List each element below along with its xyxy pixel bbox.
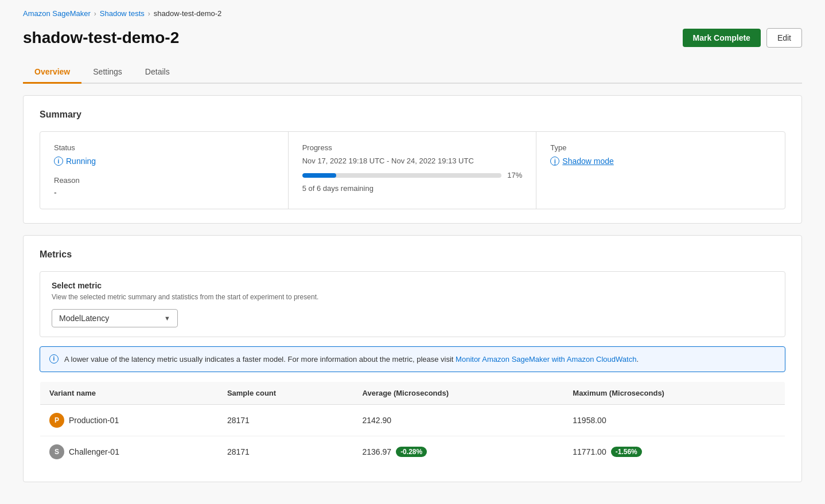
metrics-card: Metrics Select metric View the selected … <box>23 235 802 482</box>
tabs: Overview Settings Details <box>23 61 802 84</box>
average-cell: 2142.90 <box>353 405 564 436</box>
type-value[interactable]: i Shadow mode <box>550 157 771 166</box>
summary-card: Summary Status i Running Reason - Progre… <box>23 95 802 224</box>
status-info-icon: i <box>54 157 63 166</box>
select-metric-section: Select metric View the selected metric s… <box>40 271 785 337</box>
progress-bar-container: 17% <box>302 171 523 179</box>
col-maximum: Maximum (Microseconds) <box>563 382 785 405</box>
mark-complete-button[interactable]: Mark Complete <box>683 29 761 47</box>
breadcrumb-current: shadow-test-demo-2 <box>154 9 222 18</box>
variant-name: Challenger-01 <box>69 447 119 456</box>
status-value: i Running <box>54 157 274 166</box>
tab-settings[interactable]: Settings <box>81 61 134 84</box>
select-metric-desc: View the selected metric summary and sta… <box>52 292 773 302</box>
breadcrumb-parent2[interactable]: Shadow tests <box>100 9 145 18</box>
tab-details[interactable]: Details <box>134 61 181 84</box>
status-label: Status <box>54 143 274 152</box>
progress-bar-fill <box>302 173 336 178</box>
variant-cell: S Challenger-01 <box>49 444 209 459</box>
col-variant-name: Variant name <box>40 382 218 405</box>
breadcrumb-parent1[interactable]: Amazon SageMaker <box>23 9 91 18</box>
edit-button[interactable]: Edit <box>766 28 802 48</box>
type-info-icon: i <box>550 157 559 166</box>
info-banner-icon: i <box>49 354 59 364</box>
progress-bar-track <box>302 173 502 178</box>
delta-cell: 2136.97 -0.28% <box>363 447 555 457</box>
summary-progress-cell: Progress Nov 17, 2022 19:18 UTC - Nov 24… <box>289 132 537 209</box>
variant-name-cell: S Challenger-01 <box>40 436 218 468</box>
maximum-delta-badge: -1.56% <box>611 447 642 457</box>
summary-title: Summary <box>40 110 785 120</box>
variant-badge-p: P <box>49 413 64 428</box>
info-banner-text: A lower value of the latency metric usua… <box>64 354 639 365</box>
average-value: 2136.97 <box>363 447 392 456</box>
info-banner-link[interactable]: Monitor Amazon SageMaker with Amazon Clo… <box>456 355 636 364</box>
maximum-cell: 11771.00 -1.56% <box>563 436 785 468</box>
progress-label: Progress <box>302 143 523 152</box>
metric-select-arrow-icon: ▼ <box>164 315 170 322</box>
col-sample-count: Sample count <box>218 382 353 405</box>
table-row: P Production-01 28171 2142.90 11958.00 <box>40 405 785 436</box>
page-title: shadow-test-demo-2 <box>23 29 179 47</box>
metric-selected-value: ModelLatency <box>59 314 109 323</box>
reason-label: Reason <box>54 176 274 185</box>
sample-count-cell: 28171 <box>218 436 353 468</box>
metric-select-dropdown[interactable]: ModelLatency ▼ <box>52 309 178 327</box>
progress-date-range: Nov 17, 2022 19:18 UTC - Nov 24, 2022 19… <box>302 157 523 165</box>
type-value-text: Shadow mode <box>562 157 614 166</box>
maximum-value: 11771.00 <box>573 447 606 456</box>
tab-overview[interactable]: Overview <box>23 61 81 84</box>
average-cell: 2136.97 -0.28% <box>353 436 564 468</box>
delta-cell: 11771.00 -1.56% <box>573 447 776 457</box>
reason-value: - <box>54 188 274 197</box>
info-banner: i A lower value of the latency metric us… <box>40 346 785 373</box>
sample-count-cell: 28171 <box>218 405 353 436</box>
progress-percent-label: 17% <box>507 171 522 179</box>
breadcrumb-sep2: › <box>148 10 150 18</box>
table-row: S Challenger-01 28171 2136.97 -0.28% <box>40 436 785 468</box>
header-actions: Mark Complete Edit <box>683 28 802 48</box>
variant-cell: P Production-01 <box>49 413 209 428</box>
progress-remaining: 5 of 6 days remaining <box>302 184 523 193</box>
variant-badge-s: S <box>49 444 64 459</box>
variant-name-cell: P Production-01 <box>40 405 218 436</box>
type-label: Type <box>550 143 771 152</box>
breadcrumb: Amazon SageMaker › Shadow tests › shadow… <box>23 9 802 18</box>
maximum-cell: 11958.00 <box>563 405 785 436</box>
page-header: shadow-test-demo-2 Mark Complete Edit <box>23 28 802 48</box>
metrics-title: Metrics <box>40 249 785 260</box>
col-average: Average (Microseconds) <box>353 382 564 405</box>
summary-status-cell: Status i Running Reason - <box>40 132 289 209</box>
select-metric-label: Select metric <box>52 281 773 290</box>
summary-grid: Status i Running Reason - Progress Nov 1… <box>40 131 785 209</box>
average-delta-badge: -0.28% <box>396 447 427 457</box>
metrics-table: Variant name Sample count Average (Micro… <box>40 381 785 468</box>
variant-name: Production-01 <box>69 416 119 425</box>
breadcrumb-sep1: › <box>94 10 96 18</box>
status-running-text: Running <box>66 157 96 166</box>
summary-type-cell: Type i Shadow mode <box>536 132 785 209</box>
